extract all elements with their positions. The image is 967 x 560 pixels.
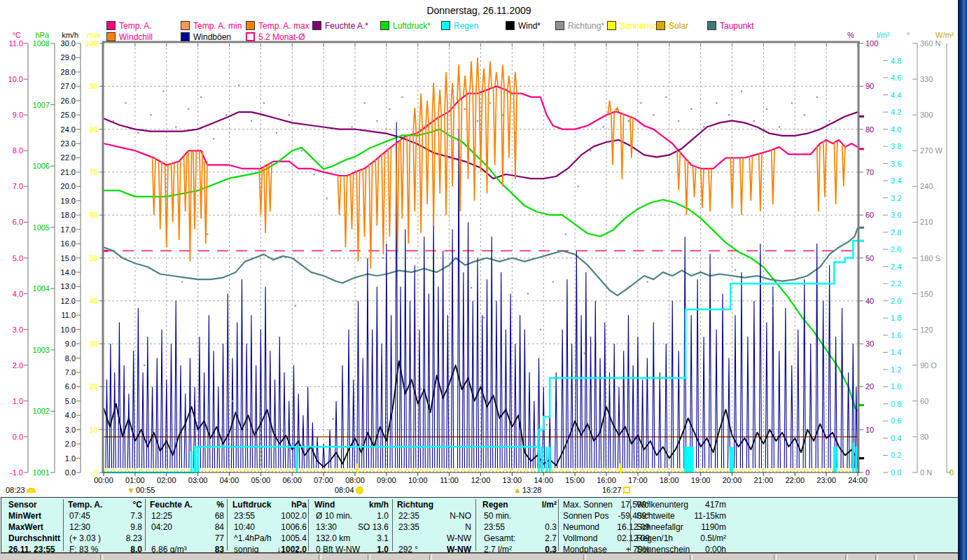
- svg-text:15.0: 15.0: [61, 254, 76, 262]
- moon-down-arrow-icon: ▼: [127, 486, 134, 494]
- annotation-moonrise: ▲13:28: [514, 486, 541, 494]
- legend-label: Solar: [669, 21, 688, 31]
- legend-label: Temp. A.: [119, 21, 152, 31]
- weather-chart-window: Donnerstag, 26.11.2009 00:0001:0002:0003…: [0, 0, 967, 560]
- svg-text:7.0: 7.0: [13, 182, 23, 190]
- svg-text:5.0: 5.0: [65, 397, 76, 405]
- luftdruck-swatch-icon: [380, 21, 389, 30]
- svg-text:28.0: 28.0: [61, 68, 76, 76]
- svg-text:3.0: 3.0: [13, 326, 23, 334]
- svg-text:30: 30: [90, 340, 98, 348]
- table-divider: [227, 499, 228, 551]
- svg-text:0 N: 0 N: [920, 468, 932, 477]
- weather-chart: 00:0001:0002:0003:0004:0005:0006:0007:00…: [0, 0, 967, 497]
- col-unit: °C: [133, 500, 142, 510]
- svg-text:4.0: 4.0: [65, 411, 76, 419]
- col-header: Regen: [482, 500, 508, 510]
- svg-text:1.6: 1.6: [891, 331, 901, 340]
- info-label: Sonnen Pos: [563, 511, 608, 522]
- cell-label: 23:55: [484, 522, 505, 533]
- svg-text:60: 60: [920, 397, 928, 405]
- svg-text:100: 100: [865, 39, 878, 48]
- svg-text:16:00: 16:00: [597, 476, 616, 484]
- svg-text:10: 10: [90, 426, 98, 434]
- svg-text:4.0: 4.0: [13, 290, 23, 298]
- svg-text:19.0: 19.0: [61, 197, 76, 205]
- svg-text:3.0: 3.0: [65, 426, 76, 434]
- svg-text:4.8: 4.8: [891, 57, 901, 65]
- legend-label: Temp. A. max: [258, 21, 309, 31]
- svg-text:11.0: 11.0: [61, 311, 76, 319]
- cell-label: ^1.4hPa/h: [234, 533, 272, 544]
- statusbar-divider: [914, 554, 917, 560]
- svg-text:2.6: 2.6: [891, 245, 901, 253]
- svg-text:1001: 1001: [33, 468, 50, 477]
- svg-text:2.8: 2.8: [891, 228, 901, 237]
- sun-set-icon: [27, 488, 36, 493]
- statusbar-divider: [875, 554, 878, 560]
- table-divider: [145, 499, 146, 551]
- svg-text:12.0: 12.0: [61, 297, 76, 305]
- svg-text:29.0: 29.0: [61, 53, 76, 62]
- sonnenschein-swatch-icon: [607, 21, 616, 30]
- cell-value: 9.8: [130, 522, 142, 533]
- cell-value: W-NW: [447, 533, 471, 544]
- cell-value: 77: [215, 533, 224, 544]
- legend-item-regen: Regen: [441, 21, 478, 30]
- svg-text:0.0: 0.0: [891, 468, 901, 477]
- svg-text:6.0: 6.0: [65, 382, 76, 391]
- svg-text:18.0: 18.0: [61, 211, 76, 219]
- svg-text:1005: 1005: [33, 223, 50, 232]
- desktop-edge: [958, 0, 967, 560]
- legend-item-wind: Wind*: [506, 21, 541, 30]
- cell-label: 132.0 km: [316, 533, 350, 544]
- svg-text:330: 330: [920, 75, 933, 83]
- svg-text:0.2: 0.2: [891, 451, 901, 459]
- svg-text:1002: 1002: [33, 407, 50, 415]
- svg-text:1008: 1008: [33, 39, 50, 48]
- svg-text:1006: 1006: [33, 162, 50, 170]
- svg-text:25.0: 25.0: [61, 111, 76, 119]
- svg-text:11.0: 11.0: [8, 39, 23, 48]
- annotation-sunrise: 08:04: [335, 486, 363, 494]
- svg-text:16.0: 16.0: [61, 239, 76, 248]
- monat-avg-swatch-icon: [246, 32, 255, 41]
- svg-text:80: 80: [865, 125, 874, 134]
- legend-label: 5.2 Monat-Ø: [258, 32, 305, 42]
- svg-text:00:00: 00:00: [94, 476, 113, 484]
- info-label: Sichtweite: [636, 511, 675, 522]
- cell-value: 1.0: [377, 511, 389, 522]
- svg-text:30: 30: [920, 433, 928, 441]
- legend-label: Windchill: [119, 32, 153, 42]
- svg-text:26.0: 26.0: [61, 97, 76, 105]
- cell-label: Gesamt:: [484, 533, 515, 544]
- svg-text:90: 90: [90, 82, 98, 90]
- statusbar-divider: [100, 554, 103, 560]
- info-label: Vollmond: [563, 533, 597, 544]
- wind-swatch-icon: [506, 21, 515, 30]
- cell-value: 1006.6: [281, 522, 307, 533]
- svg-text:360 N: 360 N: [920, 39, 940, 48]
- svg-text:2.0: 2.0: [891, 297, 901, 305]
- svg-text:hPa: hPa: [35, 31, 49, 39]
- cell-value: 84: [215, 522, 224, 533]
- legend-item-monat-avg: 5.2 Monat-Ø: [246, 32, 305, 41]
- svg-text:3.8: 3.8: [891, 142, 901, 150]
- legend-label: Richtung*: [568, 21, 604, 31]
- legend-label: Taupunkt: [720, 21, 754, 31]
- svg-text:2.2: 2.2: [891, 279, 901, 288]
- statusbar-divider: [845, 554, 848, 560]
- svg-text:27.0: 27.0: [61, 82, 76, 90]
- legend-item-luftdruck: Luftdruck*: [380, 21, 431, 30]
- svg-text:70: 70: [90, 168, 98, 176]
- svg-text:24.0: 24.0: [61, 125, 76, 134]
- svg-text:1.0: 1.0: [891, 382, 901, 391]
- legend-item-temp-a-min: Temp. A. min: [181, 21, 242, 30]
- svg-text:240: 240: [920, 182, 933, 190]
- svg-text:20: 20: [865, 382, 874, 391]
- table-divider: [308, 499, 309, 551]
- col-header: Wind: [314, 500, 335, 510]
- legend-item-solar: Solar: [656, 21, 688, 30]
- row-label: MinWert: [8, 511, 41, 522]
- svg-text:1.0: 1.0: [13, 397, 23, 405]
